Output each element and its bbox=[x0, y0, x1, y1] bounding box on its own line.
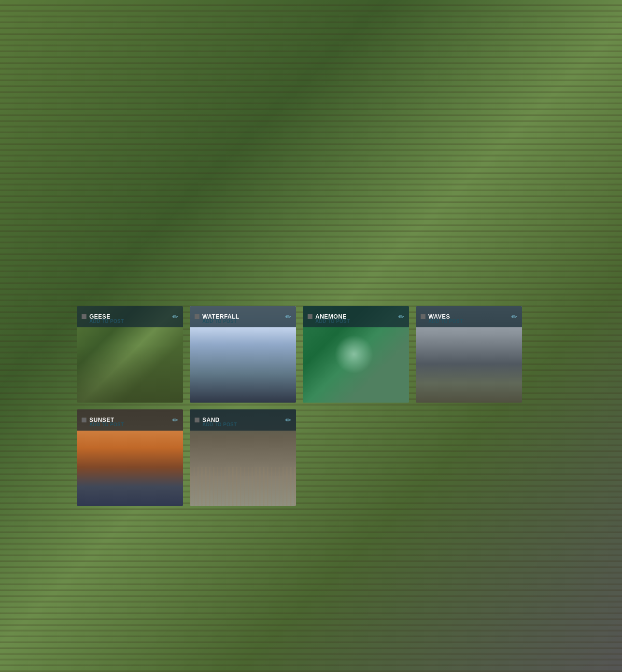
waterfall-indicator bbox=[195, 314, 199, 319]
geese-title: GEESE bbox=[89, 313, 111, 320]
video-card-waves: WAVES ✏ ADD TO POST bbox=[416, 306, 522, 403]
sand-indicator bbox=[195, 418, 199, 422]
sand-edit-icon[interactable]: ✏ bbox=[285, 416, 291, 424]
album-thumbnail bbox=[77, 204, 178, 286]
site-wrapper: ▶ LIVEJOURNAL LJ MAGAZINE FRIENDS FEED▾ … bbox=[62, 135, 560, 579]
sunset-title: SUNSET bbox=[89, 417, 114, 423]
sand-overlay: SAND ✏ bbox=[190, 409, 296, 431]
geese-edit-icon[interactable]: ✏ bbox=[172, 313, 178, 321]
waves-edit-icon[interactable]: ✏ bbox=[511, 313, 517, 321]
waves-title: WAVES bbox=[428, 313, 450, 320]
sunset-overlay: SUNSET ✏ bbox=[77, 409, 183, 431]
anemone-overlay: ANEMONE ✏ bbox=[303, 306, 409, 327]
video-card-geese: GEESE ✏ ADD TO POST bbox=[77, 306, 183, 403]
video-card-sand: SAND ✏ ADD TO POST bbox=[190, 409, 296, 506]
waves-indicator bbox=[421, 314, 425, 319]
sunset-indicator bbox=[82, 418, 86, 422]
video-row-1: GEESE ✏ ADD TO POST WATERFALL bbox=[77, 306, 545, 403]
anemone-indicator bbox=[308, 314, 312, 319]
waterfall-edit-icon[interactable]: ✏ bbox=[285, 313, 291, 321]
album-thumb-bg bbox=[77, 204, 178, 286]
video-card-anemone: ANEMONE ✏ ADD TO POST bbox=[303, 306, 409, 403]
sunset-edit-icon[interactable]: ✏ bbox=[172, 416, 178, 424]
sand-title: SAND bbox=[202, 417, 220, 423]
waves-overlay: WAVES ✏ bbox=[416, 306, 522, 327]
page-content: VIDEO ALBUM 6 VIDEOS 🌐 PUBLIC bbox=[62, 195, 560, 522]
waterfall-overlay: WATERFALL ✏ bbox=[190, 306, 296, 327]
geese-indicator bbox=[82, 314, 86, 319]
geese-overlay: GEESE ✏ bbox=[77, 306, 183, 327]
waterfall-title: WATERFALL bbox=[202, 313, 240, 320]
video-card-sunset: SUNSET ✏ ADD TO POST bbox=[77, 409, 183, 506]
browser-window: Video ⤢ ◀ ▶ ⬆ + 🌐 livejournal.com/video/… bbox=[62, 93, 560, 579]
anemone-title: ANEMONE bbox=[315, 313, 347, 320]
anemone-edit-icon[interactable]: ✏ bbox=[398, 313, 404, 321]
album-section: VIDEO ALBUM 6 VIDEOS 🌐 PUBLIC bbox=[62, 195, 560, 296]
video-card-waterfall: WATERFALL ✏ ADD TO POST bbox=[190, 306, 296, 403]
